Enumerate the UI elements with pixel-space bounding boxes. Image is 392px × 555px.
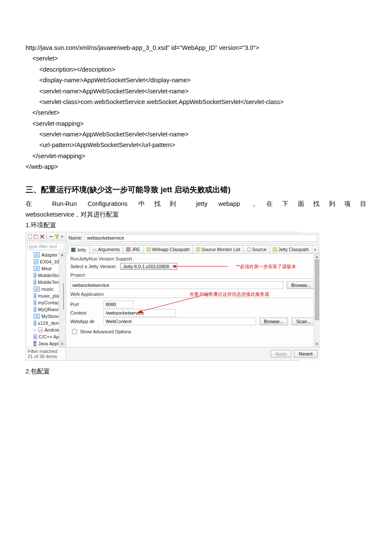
webappdir-input[interactable]: [104, 318, 256, 325]
classpath-icon: [147, 247, 151, 251]
tree-item[interactable]: JEX04_33: [26, 258, 59, 265]
delete-icon[interactable]: [40, 234, 45, 239]
paragraph: 在 Run-Run Configurations 中找到 jetty webap…: [26, 199, 366, 209]
code-line: <servlet>: [26, 53, 366, 64]
java-icon: J: [34, 307, 36, 312]
button-bar: Apply Revert: [66, 347, 320, 360]
annotation-arrow: [173, 264, 228, 269]
tree-scrollbar[interactable]: ▲ ▼: [59, 251, 65, 347]
scroll-down-icon[interactable]: ▼: [59, 341, 65, 347]
svg-marker-6: [55, 235, 59, 239]
webappdir-label: WebApp dir: [70, 319, 100, 324]
duplicate-icon[interactable]: [34, 234, 39, 239]
context-input[interactable]: [104, 309, 176, 317]
tab-arguments[interactable]: (x)=Arguments: [89, 245, 123, 253]
port-input[interactable]: [104, 301, 133, 308]
scroll-up-icon[interactable]: ▲: [314, 254, 320, 260]
name-label: Name:: [69, 235, 82, 240]
left-panel: ▼ type filter text JAdapter JEX04_33 JMe…: [26, 232, 66, 360]
browse-button[interactable]: Browse...: [287, 281, 316, 289]
tab-jetty-classpath[interactable]: Jetty Classpath: [269, 245, 312, 253]
args-icon: (x)=: [92, 247, 97, 251]
name-row: Name:: [66, 232, 320, 244]
checkbox-icon[interactable]: [72, 329, 77, 334]
tree-item[interactable]: JMyStore: [26, 313, 59, 320]
revert-button[interactable]: Revert: [294, 350, 317, 358]
svg-rect-13: [273, 247, 277, 251]
svg-rect-0: [29, 234, 32, 239]
run-config-dialog: ▼ type filter text JAdapter JEX04_33 JMe…: [26, 232, 299, 361]
tree-item[interactable]: JMeal: [26, 265, 59, 272]
scan-button[interactable]: Scan...: [291, 318, 315, 325]
separator: [46, 234, 47, 240]
paragraph: websocketservice，对其进行配置: [26, 210, 366, 220]
tree-item[interactable]: Js129_demo: [26, 320, 59, 327]
scroll-thumb[interactable]: [315, 260, 319, 320]
svg-text:(x)=: (x)=: [92, 248, 97, 251]
svg-rect-5: [49, 236, 53, 237]
tree-item[interactable]: Jmusic: [26, 286, 59, 292]
project-section-label: Project: [70, 272, 316, 278]
filter-icon[interactable]: [55, 234, 60, 239]
java-icon: J: [34, 259, 38, 264]
code-line: </servlet>: [26, 107, 366, 118]
code-line: </web-app>: [26, 162, 366, 172]
scroll-up-icon[interactable]: ▲: [59, 251, 65, 257]
java-icon: J: [34, 266, 40, 271]
filter-input[interactable]: type filter text: [27, 243, 64, 250]
java-icon: J: [34, 273, 36, 278]
scroll-down-icon[interactable]: ▼: [314, 341, 320, 347]
source-icon: [247, 247, 251, 251]
tab-source[interactable]: Source: [243, 245, 270, 253]
tree-item[interactable]: CC/C++ Application: [26, 333, 59, 340]
tree-item[interactable]: JJava Applet: [26, 340, 59, 347]
tree-item[interactable]: JmyContact: [26, 299, 59, 306]
code-line: <servlet-mapping>: [26, 119, 366, 129]
name-input[interactable]: [85, 234, 317, 242]
java-icon: J: [34, 286, 40, 292]
new-icon[interactable]: [28, 234, 33, 239]
code-line: <description></description>: [26, 64, 366, 75]
svg-rect-10: [147, 247, 151, 251]
tree-item[interactable]: JAdapter: [26, 251, 59, 258]
tree-item[interactable]: Jmusic_player02: [26, 292, 59, 299]
svg-rect-7: [71, 248, 75, 252]
xml-code-block: http://java.sun.com/xml/ns/javaee/web-ap…: [26, 43, 366, 173]
tree-item[interactable]: JMobileStore: [26, 272, 59, 279]
expand-icon[interactable]: ▷: [34, 328, 37, 332]
code-line: <url-pattern>/AppWebSocketServlet</url-p…: [26, 140, 366, 150]
svg-rect-11: [196, 247, 200, 251]
jetty-version-select[interactable]: Jetty 8.0.1.v20110908: [120, 263, 177, 270]
tab-jetty[interactable]: Jetty: [68, 246, 89, 254]
code-line: <servlet-name>AppWebSocketServlet</servl…: [26, 86, 366, 97]
project-input[interactable]: [70, 281, 283, 289]
config-content: RunJettyRun Version Support Select a Jet…: [66, 254, 320, 347]
support-label: RunJettyRun Version Support: [70, 256, 316, 261]
section-heading: 三、配置运行环境(缺少这一步可能导致 jett 启动失败或出错): [26, 185, 366, 195]
java-icon: J: [34, 280, 36, 285]
browse-button[interactable]: Browse...: [259, 318, 288, 325]
webapp-section-label: Web Application: [70, 292, 104, 297]
svg-rect-9: [126, 247, 130, 251]
collapse-icon[interactable]: [49, 234, 54, 239]
tree-item[interactable]: ▷JuAndroid JUnit Test: [26, 327, 59, 333]
jre-icon: [126, 247, 130, 251]
apply-button[interactable]: Apply: [271, 350, 292, 358]
context-label: Context: [70, 310, 100, 315]
code-line: <servlet-name>AppWebSocketServlet</servl…: [26, 129, 366, 140]
java-icon: J: [34, 300, 36, 305]
tab-source-monitor[interactable]: Source Monitor List: [193, 245, 243, 253]
svg-rect-2: [35, 235, 38, 239]
content-scrollbar[interactable]: ▲ ▼: [314, 254, 320, 347]
tab-more[interactable]: »: [312, 245, 319, 253]
scroll-thumb[interactable]: [63, 283, 64, 309]
tab-jre[interactable]: JRE: [123, 245, 144, 253]
advanced-checkbox[interactable]: Show Advanced Options: [70, 328, 316, 335]
dropdown-icon[interactable]: ▼: [61, 235, 64, 239]
tab-webapp-classpath[interactable]: Webapp Classpath: [143, 245, 193, 253]
tree-item[interactable]: JMobileTerm: [26, 279, 59, 286]
tree-item[interactable]: JMyQRwork: [26, 306, 59, 313]
java-icon: J: [34, 314, 40, 319]
code-line: <display-name>AppWebSocketServlet</displ…: [26, 75, 366, 86]
code-line: </servlet-mapping>: [26, 151, 366, 162]
